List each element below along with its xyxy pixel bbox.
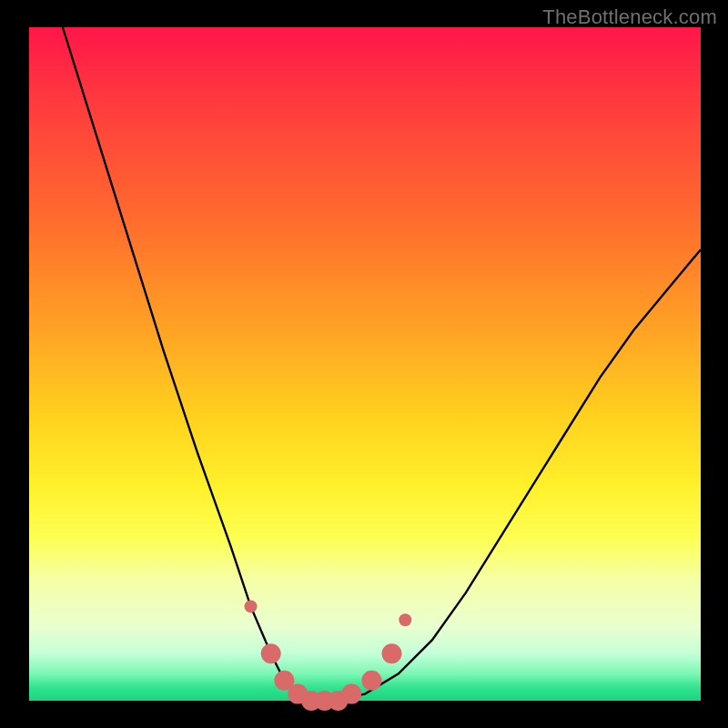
chart-frame: TheBottleneck.com [0,0,728,728]
curve-svg [29,27,701,701]
watermark-text: TheBottleneck.com [542,5,717,29]
plot-area [29,27,701,701]
curve-marker [361,671,381,691]
bottleneck-curve-path [63,27,701,701]
curve-marker [399,613,411,626]
curve-marker [341,684,361,704]
curve-marker [261,643,281,663]
curve-markers [245,600,412,711]
curve-marker [245,600,258,612]
curve-marker [382,643,402,663]
